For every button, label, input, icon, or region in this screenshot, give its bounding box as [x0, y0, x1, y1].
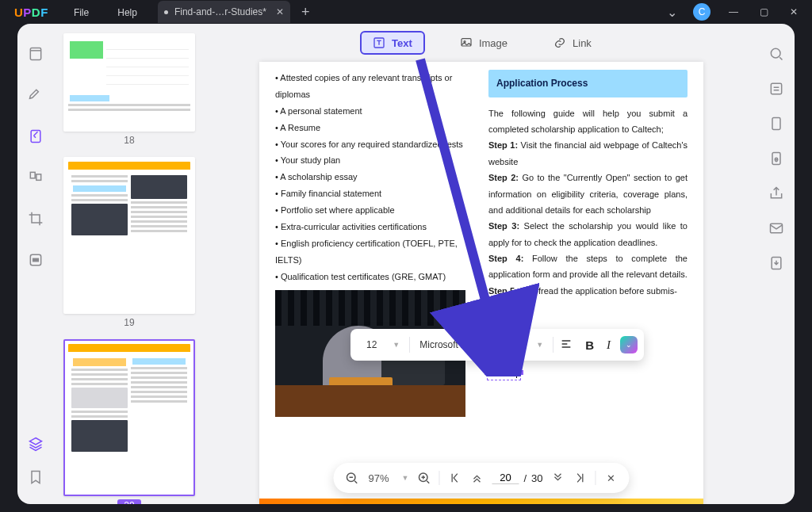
- share-icon[interactable]: [768, 185, 784, 201]
- document-tab[interactable]: Find-and-…r-Studies* ✕: [158, 1, 290, 23]
- svg-rect-3: [36, 174, 41, 181]
- inserted-text-box[interactable]: TEXT: [487, 365, 521, 380]
- requirement-item: Your scores for any required standardize…: [275, 136, 474, 153]
- zoom-dropdown-icon[interactable]: ▼: [402, 474, 409, 482]
- page-footer-bar: [259, 499, 703, 504]
- menu-help[interactable]: Help: [103, 0, 151, 25]
- ocr-icon[interactable]: [768, 81, 784, 97]
- annotate-icon[interactable]: [28, 87, 44, 103]
- font-size-field[interactable]: 12▼: [357, 334, 409, 356]
- layers-icon[interactable]: [28, 436, 44, 452]
- requirement-item: Extra-curricular activities certificatio…: [275, 219, 474, 235]
- link-tool-icon: [553, 36, 566, 49]
- svg-rect-12: [771, 83, 781, 94]
- window-minimize-icon[interactable]: —: [718, 6, 749, 17]
- user-avatar[interactable]: C: [693, 3, 710, 21]
- redact-icon[interactable]: [28, 252, 44, 268]
- requirement-item: A Resume: [275, 120, 474, 136]
- email-icon[interactable]: [768, 220, 784, 236]
- app-logo: UPDF: [3, 6, 59, 19]
- current-page-input[interactable]: [492, 472, 519, 484]
- export-icon[interactable]: [768, 255, 784, 271]
- resize-handle-right[interactable]: [519, 370, 523, 375]
- bold-button[interactable]: B: [579, 338, 600, 352]
- align-button[interactable]: [553, 338, 579, 353]
- image-tool-icon: [460, 36, 473, 49]
- bookmark-icon[interactable]: [28, 469, 44, 485]
- thumb-number-20: 20: [63, 499, 195, 504]
- thumb-number-19: 19: [63, 317, 195, 328]
- requirement-item: Qualification test certificates (GRE, GM…: [275, 269, 474, 285]
- page-thumbnail-19[interactable]: [63, 157, 195, 314]
- requirement-item: Attested copies of any relevant transcri…: [275, 70, 474, 103]
- crop-icon[interactable]: [28, 211, 44, 227]
- left-tool-rail: [17, 24, 54, 504]
- svg-point-15: [776, 159, 778, 162]
- svg-rect-0: [30, 48, 40, 60]
- edit-mode-segments: Text Image Link: [205, 24, 758, 62]
- thumb-number-18: 18: [63, 135, 195, 146]
- organize-pages-icon[interactable]: [28, 170, 44, 185]
- window-maximize-icon[interactable]: ▢: [749, 6, 779, 17]
- requirement-item: English proficiency certification (TOEFL…: [275, 235, 474, 269]
- last-page-button[interactable]: [573, 471, 588, 485]
- requirement-item: Family financial statement: [275, 185, 474, 202]
- page-indicator: / 30: [492, 472, 542, 484]
- italic-button[interactable]: I: [600, 338, 617, 352]
- search-icon[interactable]: [768, 46, 784, 62]
- total-pages: 30: [531, 472, 542, 484]
- svg-point-11: [771, 48, 780, 58]
- pdf-page[interactable]: Attested copies of any relevant transcri…: [259, 62, 703, 504]
- step-item: Step 5: Proofread the application before…: [488, 283, 688, 299]
- workspace: 18 19 20 Text: [17, 24, 795, 504]
- step-item: Step 3: Select the scholarship you would…: [488, 218, 688, 250]
- zoom-bar: 97% ▼ / 30 ✕: [333, 463, 629, 493]
- segment-image[interactable]: Image: [449, 32, 519, 53]
- intro-paragraph: The following guide will help you submit…: [488, 105, 688, 138]
- zoom-value: 97%: [366, 472, 390, 484]
- step-item: Step 4: Follow the steps to complete the…: [488, 250, 688, 283]
- svg-rect-1: [31, 131, 40, 143]
- segment-text[interactable]: Text: [360, 31, 425, 55]
- window-close-icon[interactable]: ✕: [779, 6, 809, 17]
- font-family-field[interactable]: MicrosoftYa▼: [410, 334, 553, 356]
- svg-rect-13: [772, 118, 780, 130]
- close-zoombar-button[interactable]: ✕: [604, 471, 619, 485]
- page-thumbnail-20[interactable]: [63, 339, 195, 496]
- segment-link[interactable]: Link: [542, 32, 603, 53]
- tab-close-icon[interactable]: ✕: [276, 6, 284, 17]
- step-item: Step 2: Go to the "Currently Open" secti…: [488, 170, 688, 218]
- menu-file[interactable]: File: [59, 0, 103, 25]
- edit-pdf-icon[interactable]: [28, 128, 44, 144]
- requirement-item: A scholarship essay: [275, 169, 474, 185]
- text-color-button[interactable]: ⌄: [620, 336, 638, 353]
- zoom-in-button[interactable]: [416, 471, 431, 485]
- svg-rect-2: [30, 172, 35, 178]
- editor-area: Text Image Link Attested copies of any r…: [205, 24, 758, 504]
- first-page-button[interactable]: [447, 471, 462, 485]
- tab-modified-dot: [164, 10, 168, 14]
- requirement-item: Your study plan: [275, 152, 474, 169]
- next-page-button[interactable]: [551, 471, 565, 485]
- reader-mode-icon[interactable]: [28, 46, 44, 62]
- tab-title: Find-and-…r-Studies*: [174, 6, 266, 17]
- tabs-dropdown-icon[interactable]: ⌄: [659, 5, 685, 20]
- resize-handle-left[interactable]: [485, 370, 489, 375]
- application-process-heading: Application Process: [488, 70, 688, 97]
- text-format-toolbar: 12▼ MicrosoftYa▼ B I ⌄: [350, 329, 644, 361]
- page-thumbnail-18[interactable]: [63, 33, 195, 132]
- requirement-item: Portfolio set where applicable: [275, 202, 474, 219]
- left-column: Attested copies of any relevant transcri…: [275, 70, 474, 417]
- page-tools-icon[interactable]: [768, 116, 784, 132]
- zoom-out-button[interactable]: [344, 471, 358, 485]
- step-item: Step 1: Visit the financial aid webpage …: [488, 137, 688, 170]
- right-tool-rail: [758, 24, 795, 504]
- new-tab-button[interactable]: +: [301, 4, 310, 21]
- protect-icon[interactable]: [768, 151, 784, 166]
- title-bar: UPDF File Help Find-and-…r-Studies* ✕ + …: [0, 0, 812, 24]
- thumbnail-panel: 18 19 20: [54, 24, 205, 504]
- text-tool-icon: [373, 36, 385, 49]
- svg-rect-5: [33, 258, 39, 261]
- prev-page-button[interactable]: [469, 471, 484, 485]
- svg-rect-14: [772, 153, 780, 165]
